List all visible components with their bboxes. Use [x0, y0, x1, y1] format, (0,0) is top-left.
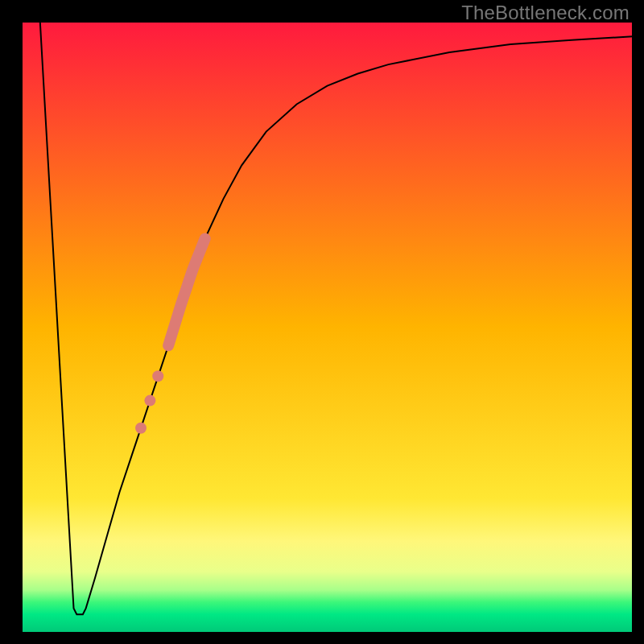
watermark-text: TheBottleneck.com [461, 2, 630, 24]
highlight-dot [144, 395, 155, 407]
bottleneck-chart [0, 0, 644, 644]
gradient-background [22, 22, 633, 633]
plot-area [22, 22, 633, 633]
highlight-dot [152, 370, 163, 382]
highlight-dot [135, 423, 147, 434]
